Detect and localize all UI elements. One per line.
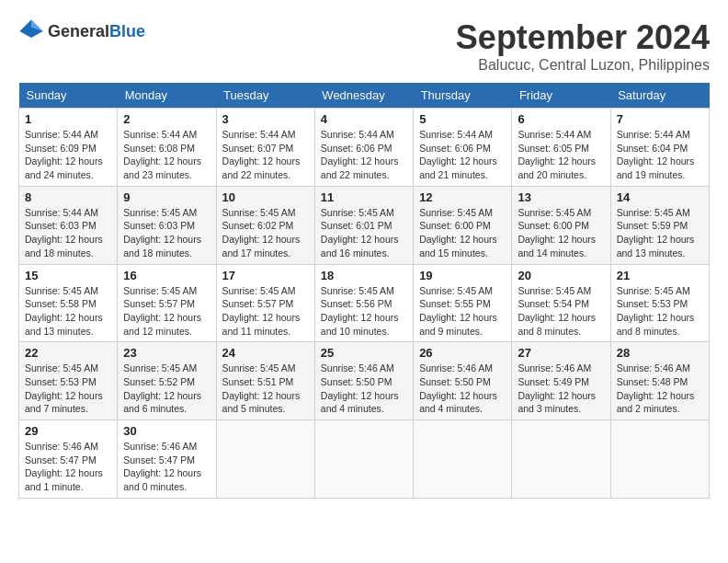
logo: GeneralBlue — [18, 18, 145, 44]
day-info: Sunrise: 5:45 AMSunset: 6:00 PMDaylight:… — [518, 207, 596, 259]
logo-general: GeneralBlue — [48, 23, 145, 40]
day-info: Sunrise: 5:45 AMSunset: 6:03 PMDaylight:… — [123, 207, 201, 259]
weekday-header-wednesday: Wednesday — [314, 83, 413, 109]
calendar-cell: 13 Sunrise: 5:45 AMSunset: 6:00 PMDaylig… — [512, 186, 610, 264]
calendar-cell: 26 Sunrise: 5:46 AMSunset: 5:50 PMDaylig… — [414, 342, 512, 420]
day-number: 14 — [617, 190, 703, 204]
calendar-table: SundayMondayTuesdayWednesdayThursdayFrid… — [18, 83, 710, 499]
day-number: 2 — [123, 112, 210, 126]
day-number: 15 — [25, 269, 111, 282]
day-info: Sunrise: 5:45 AMSunset: 5:53 PMDaylight:… — [617, 285, 695, 337]
calendar-cell: 12 Sunrise: 5:45 AMSunset: 6:00 PMDaylig… — [414, 186, 512, 264]
day-number: 4 — [321, 112, 407, 126]
day-number: 10 — [222, 190, 309, 204]
day-info: Sunrise: 5:45 AMSunset: 5:53 PMDaylight:… — [25, 362, 103, 414]
calendar-cell — [314, 420, 413, 499]
day-number: 26 — [419, 346, 506, 360]
calendar-cell: 30 Sunrise: 5:46 AMSunset: 5:47 PMDaylig… — [118, 420, 216, 499]
day-number: 13 — [518, 190, 604, 204]
calendar-cell: 5 Sunrise: 5:44 AMSunset: 6:06 PMDayligh… — [414, 109, 512, 187]
calendar-cell: 8 Sunrise: 5:44 AMSunset: 6:03 PMDayligh… — [19, 186, 118, 264]
logo-icon — [18, 18, 44, 44]
calendar-cell — [610, 420, 709, 499]
weekday-header-thursday: Thursday — [414, 83, 512, 109]
calendar-cell: 18 Sunrise: 5:45 AMSunset: 5:56 PMDaylig… — [314, 264, 413, 342]
page-header: GeneralBlue September 2024 Balucuc, Cent… — [18, 18, 710, 74]
day-number: 30 — [123, 424, 210, 438]
calendar-cell: 10 Sunrise: 5:45 AMSunset: 6:02 PMDaylig… — [216, 186, 314, 264]
day-number: 22 — [25, 346, 111, 360]
day-number: 24 — [222, 346, 309, 360]
day-number: 3 — [222, 112, 309, 126]
day-number: 19 — [419, 269, 506, 282]
day-info: Sunrise: 5:45 AMSunset: 6:01 PMDaylight:… — [321, 207, 399, 259]
day-info: Sunrise: 5:46 AMSunset: 5:50 PMDaylight:… — [419, 362, 497, 414]
weekday-header-saturday: Saturday — [610, 83, 709, 109]
calendar-week-1: 1 Sunrise: 5:44 AMSunset: 6:09 PMDayligh… — [19, 109, 710, 187]
day-number: 28 — [617, 346, 703, 360]
day-info: Sunrise: 5:44 AMSunset: 6:03 PMDaylight:… — [25, 207, 103, 259]
calendar-cell: 4 Sunrise: 5:44 AMSunset: 6:06 PMDayligh… — [314, 109, 413, 187]
weekday-header-tuesday: Tuesday — [216, 83, 314, 109]
calendar-week-2: 8 Sunrise: 5:44 AMSunset: 6:03 PMDayligh… — [19, 186, 710, 264]
day-info: Sunrise: 5:45 AMSunset: 5:52 PMDaylight:… — [123, 362, 201, 414]
calendar-cell: 15 Sunrise: 5:45 AMSunset: 5:58 PMDaylig… — [19, 264, 118, 342]
calendar-cell: 21 Sunrise: 5:45 AMSunset: 5:53 PMDaylig… — [610, 264, 709, 342]
day-info: Sunrise: 5:44 AMSunset: 6:09 PMDaylight:… — [25, 129, 103, 180]
title-area: September 2024 Balucuc, Central Luzon, P… — [456, 18, 710, 74]
day-info: Sunrise: 5:45 AMSunset: 5:58 PMDaylight:… — [25, 285, 103, 337]
day-number: 23 — [123, 346, 210, 360]
calendar-cell: 3 Sunrise: 5:44 AMSunset: 6:07 PMDayligh… — [216, 109, 314, 187]
calendar-cell: 14 Sunrise: 5:45 AMSunset: 5:59 PMDaylig… — [610, 186, 709, 264]
day-number: 12 — [419, 190, 506, 204]
day-number: 21 — [617, 269, 703, 282]
day-info: Sunrise: 5:45 AMSunset: 5:56 PMDaylight:… — [321, 285, 399, 337]
day-number: 29 — [25, 424, 111, 438]
calendar-cell: 22 Sunrise: 5:45 AMSunset: 5:53 PMDaylig… — [19, 342, 118, 420]
calendar-cell: 16 Sunrise: 5:45 AMSunset: 5:57 PMDaylig… — [118, 264, 216, 342]
calendar-cell: 27 Sunrise: 5:46 AMSunset: 5:49 PMDaylig… — [512, 342, 610, 420]
calendar-cell: 19 Sunrise: 5:45 AMSunset: 5:55 PMDaylig… — [414, 264, 512, 342]
calendar-week-3: 15 Sunrise: 5:45 AMSunset: 5:58 PMDaylig… — [19, 264, 710, 342]
weekday-header-monday: Monday — [118, 83, 216, 109]
calendar-cell — [414, 420, 512, 499]
day-info: Sunrise: 5:45 AMSunset: 5:57 PMDaylight:… — [222, 285, 301, 337]
day-info: Sunrise: 5:45 AMSunset: 6:00 PMDaylight:… — [419, 207, 497, 259]
location-title: Balucuc, Central Luzon, Philippines — [456, 57, 710, 74]
calendar-header-row: SundayMondayTuesdayWednesdayThursdayFrid… — [19, 83, 710, 109]
day-number: 20 — [518, 269, 604, 282]
day-info: Sunrise: 5:46 AMSunset: 5:49 PMDaylight:… — [518, 362, 596, 414]
calendar-cell — [216, 420, 314, 499]
calendar-cell: 11 Sunrise: 5:45 AMSunset: 6:01 PMDaylig… — [314, 186, 413, 264]
day-number: 27 — [518, 346, 604, 360]
day-number: 17 — [222, 269, 309, 282]
calendar-cell: 23 Sunrise: 5:45 AMSunset: 5:52 PMDaylig… — [118, 342, 216, 420]
day-info: Sunrise: 5:44 AMSunset: 6:07 PMDaylight:… — [222, 129, 301, 180]
calendar-cell — [512, 420, 610, 499]
calendar-cell: 20 Sunrise: 5:45 AMSunset: 5:54 PMDaylig… — [512, 264, 610, 342]
day-info: Sunrise: 5:45 AMSunset: 6:02 PMDaylight:… — [222, 207, 301, 259]
day-number: 9 — [123, 190, 210, 204]
weekday-header-friday: Friday — [512, 83, 610, 109]
calendar-cell: 1 Sunrise: 5:44 AMSunset: 6:09 PMDayligh… — [19, 109, 118, 187]
calendar-cell: 25 Sunrise: 5:46 AMSunset: 5:50 PMDaylig… — [314, 342, 413, 420]
day-number: 25 — [321, 346, 407, 360]
calendar-body: 1 Sunrise: 5:44 AMSunset: 6:09 PMDayligh… — [19, 109, 710, 499]
day-info: Sunrise: 5:44 AMSunset: 6:06 PMDaylight:… — [419, 129, 497, 180]
calendar-cell: 9 Sunrise: 5:45 AMSunset: 6:03 PMDayligh… — [118, 186, 216, 264]
calendar-cell: 2 Sunrise: 5:44 AMSunset: 6:08 PMDayligh… — [118, 109, 216, 187]
calendar-cell: 28 Sunrise: 5:46 AMSunset: 5:48 PMDaylig… — [610, 342, 709, 420]
day-info: Sunrise: 5:46 AMSunset: 5:48 PMDaylight:… — [617, 362, 695, 414]
day-info: Sunrise: 5:45 AMSunset: 5:55 PMDaylight:… — [419, 285, 497, 337]
day-number: 6 — [518, 112, 604, 126]
calendar-cell: 6 Sunrise: 5:44 AMSunset: 6:05 PMDayligh… — [512, 109, 610, 187]
day-info: Sunrise: 5:46 AMSunset: 5:50 PMDaylight:… — [321, 362, 399, 414]
day-info: Sunrise: 5:44 AMSunset: 6:08 PMDaylight:… — [123, 129, 201, 180]
calendar-cell: 17 Sunrise: 5:45 AMSunset: 5:57 PMDaylig… — [216, 264, 314, 342]
calendar-cell: 29 Sunrise: 5:46 AMSunset: 5:47 PMDaylig… — [19, 420, 118, 499]
calendar-week-4: 22 Sunrise: 5:45 AMSunset: 5:53 PMDaylig… — [19, 342, 710, 420]
day-info: Sunrise: 5:44 AMSunset: 6:06 PMDaylight:… — [321, 129, 399, 180]
day-info: Sunrise: 5:46 AMSunset: 5:47 PMDaylight:… — [123, 441, 201, 492]
day-number: 7 — [617, 112, 703, 126]
calendar-week-5: 29 Sunrise: 5:46 AMSunset: 5:47 PMDaylig… — [19, 420, 710, 499]
